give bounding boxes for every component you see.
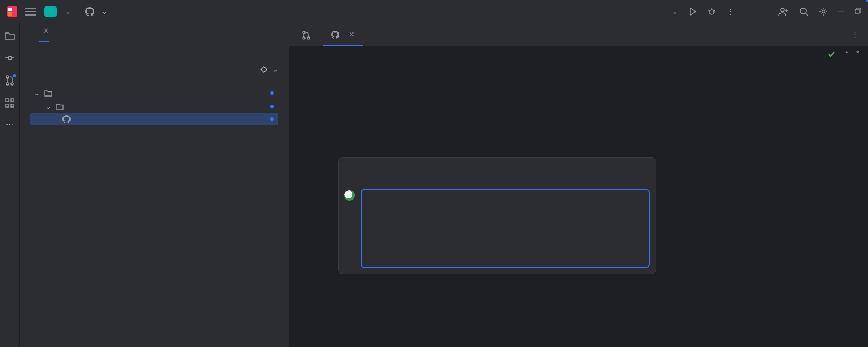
close-icon[interactable]: ✕	[43, 27, 49, 35]
main-layout: ⋯ ✕ ⌄	[0, 23, 868, 347]
tree-root[interactable]: ⌄	[30, 86, 278, 99]
run-icon[interactable]	[689, 8, 697, 16]
tree-folder[interactable]: ⌄	[30, 99, 278, 113]
svg-rect-2	[8, 12, 12, 16]
review-comment-popup	[338, 157, 656, 274]
svg-point-30	[307, 37, 310, 39]
close-icon[interactable]: ✕	[348, 30, 355, 39]
pull-request-tool-icon[interactable]	[5, 75, 14, 86]
changed-indicator	[270, 117, 274, 121]
editor-tab-pr[interactable]	[294, 23, 323, 46]
svg-rect-1	[8, 8, 12, 11]
project-selector[interactable]: ⌄	[65, 7, 71, 16]
pr-panel-tabs: ✕	[20, 23, 289, 46]
chevron-down-icon: ⌄	[101, 7, 108, 16]
branch-context[interactable]: ⌄	[85, 7, 108, 16]
chevron-down-icon: ⌄	[45, 102, 52, 110]
changed-indicator	[270, 105, 274, 108]
svg-point-21	[6, 83, 9, 85]
svg-point-13	[800, 8, 806, 14]
svg-rect-25	[6, 104, 9, 107]
title-bar: ⌄ ⌄ ⌄ ⋮ ─	[0, 0, 868, 23]
more-horizontal-icon[interactable]: ⋯	[6, 120, 13, 129]
tree-file[interactable]	[30, 113, 278, 125]
svg-point-17	[8, 56, 12, 60]
changed-files-tree: ⌄ ⌄	[30, 86, 278, 125]
code-editor[interactable]	[289, 46, 868, 347]
chevron-down-icon: ⌄	[65, 7, 71, 16]
svg-point-22	[11, 83, 13, 85]
more-vertical-icon[interactable]: ⋮	[727, 7, 734, 16]
changed-indicator	[270, 91, 274, 95]
svg-point-20	[6, 76, 9, 78]
chevron-down-icon: ⌄	[34, 88, 41, 97]
project-badge	[44, 6, 57, 17]
branch-selector[interactable]: ⌄	[260, 65, 278, 73]
svg-rect-24	[6, 99, 9, 102]
restore-icon[interactable]	[854, 8, 861, 15]
svg-rect-16	[855, 9, 859, 13]
minimize-icon[interactable]: ─	[838, 7, 844, 16]
svg-point-28	[303, 31, 305, 34]
line-gutter	[289, 46, 325, 347]
svg-rect-26	[11, 99, 14, 102]
tab-pr-number[interactable]: ✕	[39, 27, 49, 42]
gear-icon[interactable]	[819, 7, 828, 16]
tool-window-rail: ⋯	[0, 23, 20, 347]
more-vertical-icon[interactable]: ⋮	[851, 30, 859, 39]
commit-tool-icon[interactable]	[5, 53, 14, 62]
editor-area: ✕ ⋮ ˄ ˅	[289, 23, 868, 347]
svg-line-14	[806, 13, 808, 16]
project-tool-icon[interactable]	[5, 31, 15, 40]
run-config-selector[interactable]: ⌄	[672, 7, 678, 16]
app-icon	[7, 6, 17, 17]
add-user-icon[interactable]	[778, 6, 789, 17]
editor-tabs: ✕ ⋮	[289, 23, 868, 46]
hamburger-icon[interactable]	[25, 8, 36, 16]
code-content[interactable]	[325, 46, 868, 347]
svg-point-6	[709, 10, 714, 14]
svg-line-9	[714, 10, 715, 11]
structure-tool-icon[interactable]	[5, 98, 14, 108]
svg-line-8	[708, 10, 709, 11]
chevron-down-icon: ⌄	[672, 7, 678, 16]
avatar	[344, 190, 355, 201]
svg-point-15	[822, 10, 825, 13]
search-icon[interactable]	[799, 7, 808, 16]
pull-request-panel: ✕ ⌄ ⌄	[20, 23, 289, 347]
svg-point-10	[781, 8, 784, 12]
svg-point-29	[303, 37, 305, 39]
chevron-down-icon: ⌄	[272, 65, 278, 73]
debug-icon[interactable]	[707, 7, 716, 16]
svg-rect-27	[11, 104, 14, 107]
editor-tab-file[interactable]: ✕	[323, 23, 363, 46]
comment-input[interactable]	[361, 189, 650, 268]
